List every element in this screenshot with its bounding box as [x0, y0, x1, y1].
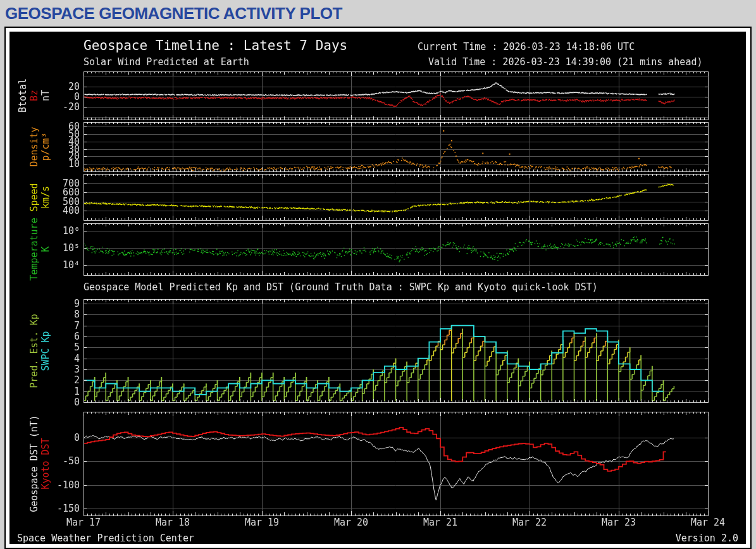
- footer-version-label: Version 2.0: [676, 534, 738, 543]
- axis-label-density-1: p/cm³: [41, 132, 51, 161]
- xtick-label: Mar 17: [66, 518, 101, 527]
- page-title: GEOSPACE GEOMAGNETIC ACTIVITY PLOT: [5, 4, 756, 23]
- page-header: GEOSPACE GEOMAGNETIC ACTIVITY PLOT: [0, 0, 756, 27]
- axis-label-speed-1: km/s: [41, 185, 51, 208]
- xtick-label: Mar 24: [691, 518, 725, 527]
- current-time-label: Current Time : 2026-03-23 14:18:06 UTC: [418, 42, 635, 52]
- ytick-label-temp: 10⁶: [42, 226, 80, 236]
- solar-wind-subtitle: Solar Wind Predicted at Earth: [84, 58, 249, 67]
- xtick-label: Mar 21: [423, 518, 457, 527]
- axis-label-temp-1: K: [41, 246, 51, 252]
- axis-label-kp-0: Pred. Est. Kp: [30, 314, 39, 388]
- xtick-label: Mar 20: [334, 518, 368, 527]
- axis-label-dst-1: Kyoto DST: [41, 438, 51, 489]
- xtick-label: Mar 19: [245, 518, 279, 527]
- axis-label-density-0: Density: [30, 126, 39, 166]
- axis-label-imf-2: nT: [41, 90, 51, 101]
- kp-dst-section-title: Geospace Model Predicted Kp and DST (Gro…: [84, 283, 598, 292]
- axis-label-temp-0: Temperature: [30, 218, 39, 280]
- axis-label-imf-0: Btotal: [18, 78, 28, 113]
- ytick-label-kp: 7: [42, 321, 80, 331]
- axis-label-imf-1: Bz: [30, 90, 39, 101]
- plot-title: Geospace Timeline : Latest 7 Days: [84, 39, 347, 52]
- ytick-label-kp: 0: [42, 398, 80, 407]
- footer-swpc-label: Space Weather Prediction Center: [17, 534, 194, 543]
- ytick-label-imf: -20: [42, 102, 80, 112]
- ytick-label-kp: 2: [42, 376, 80, 385]
- ytick-label-kp: 8: [42, 310, 80, 319]
- axis-label-kp-1: SWPC Kp: [41, 331, 51, 371]
- valid-time-label: Valid Time : 2026-03-23 14:39:00 (21 min…: [428, 58, 702, 67]
- xtick-label: Mar 18: [156, 518, 190, 527]
- plot-frame: Geospace Timeline : Latest 7 Days Curren…: [4, 27, 752, 549]
- geospace-timeline-plot: Geospace Timeline : Latest 7 Days Curren…: [9, 32, 746, 544]
- xtick-label: Mar 22: [512, 518, 547, 527]
- ytick-label-kp: 9: [42, 299, 80, 309]
- ytick-label-temp: 10⁴: [42, 261, 80, 270]
- axis-label-dst-0: Geospace DST (nT): [30, 415, 39, 512]
- geospace-activity-page: GEOSPACE GEOMAGNETIC ACTIVITY PLOT Geosp…: [0, 0, 756, 549]
- ytick-label-kp: 1: [42, 387, 80, 397]
- axis-label-speed-0: Speed: [30, 183, 39, 211]
- xtick-label: Mar 23: [602, 518, 636, 527]
- ytick-label-dst: -150: [42, 504, 80, 514]
